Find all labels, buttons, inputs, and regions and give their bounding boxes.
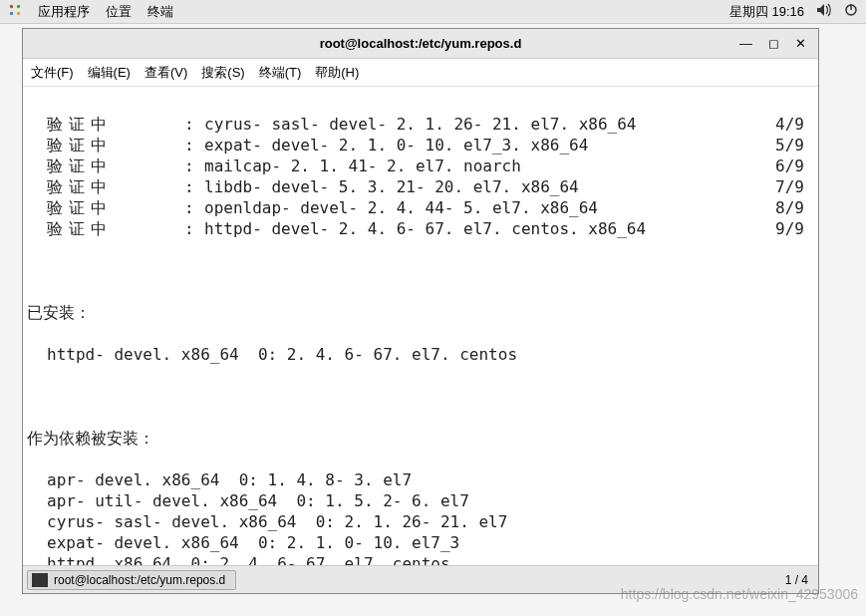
verify-package: mailcap- 2. 1. 41- 2. el7. noarch xyxy=(204,155,760,176)
terminal-output[interactable]: 验证中:cyrus- sasl- devel- 2. 1. 26- 21. el… xyxy=(23,87,818,565)
dependency-package: expat- devel. x86_64 0: 2. 1. 0- 10. el7… xyxy=(27,532,814,553)
window-close-button[interactable]: ✕ xyxy=(795,36,806,51)
verify-colon: : xyxy=(184,176,204,197)
verify-colon: : xyxy=(184,197,204,218)
verify-colon: : xyxy=(184,218,204,239)
verify-count: 4/9 xyxy=(760,114,814,135)
window-minimize-button[interactable]: — xyxy=(739,36,752,51)
activities-icon xyxy=(8,3,22,20)
volume-icon[interactable] xyxy=(816,3,832,20)
menu-places[interactable]: 位置 xyxy=(106,3,132,21)
verify-row: 验证中:expat- devel- 2. 1. 0- 10. el7_3. x8… xyxy=(27,135,814,155)
verify-count: 9/9 xyxy=(760,218,814,239)
terminal-menubar: 文件(F) 编辑(E) 查看(V) 搜索(S) 终端(T) 帮助(H) xyxy=(23,59,818,87)
menu-terminal-item[interactable]: 终端(T) xyxy=(259,64,302,82)
verify-row: 验证中:httpd- devel- 2. 4. 6- 67. el7. cent… xyxy=(27,218,814,239)
verify-package: cyrus- sasl- devel- 2. 1. 26- 21. el7. x… xyxy=(204,114,760,135)
terminal-icon xyxy=(32,573,48,587)
deps-header: 作为依赖被安装： xyxy=(27,428,814,449)
verify-label: 验证中 xyxy=(27,176,184,197)
verify-colon: : xyxy=(184,135,204,155)
dependency-package: cyrus- sasl- devel. x86_64 0: 2. 1. 26- … xyxy=(27,511,814,532)
window-titlebar[interactable]: root@localhost:/etc/yum.repos.d — ◻ ✕ xyxy=(23,29,818,59)
verify-package: libdb- devel- 5. 3. 21- 20. el7. x86_64 xyxy=(204,176,760,197)
svg-point-1 xyxy=(17,5,21,9)
power-icon[interactable] xyxy=(844,3,858,20)
verify-package: openldap- devel- 2. 4. 44- 5. el7. x86_6… xyxy=(204,197,760,218)
menu-applications[interactable]: 应用程序 xyxy=(38,3,90,21)
installed-header: 已安装： xyxy=(27,302,814,323)
verify-count: 8/9 xyxy=(760,197,814,218)
svg-point-2 xyxy=(10,12,14,16)
verify-row: 验证中:cyrus- sasl- devel- 2. 1. 26- 21. el… xyxy=(27,114,814,135)
menu-view[interactable]: 查看(V) xyxy=(144,64,187,82)
installed-package: httpd- devel. x86_64 0: 2. 4. 6- 67. el7… xyxy=(27,344,814,365)
dependency-package: apr- util- devel. x86_64 0: 1. 5. 2- 6. … xyxy=(27,490,814,511)
svg-point-3 xyxy=(17,12,21,16)
verify-package: expat- devel- 2. 1. 0- 10. el7_3. x86_64 xyxy=(204,135,760,155)
taskbar-terminal-button[interactable]: root@localhost:/etc/yum.repos.d xyxy=(27,570,236,590)
menu-terminal[interactable]: 终端 xyxy=(147,3,173,21)
verify-package: httpd- devel- 2. 4. 6- 67. el7. centos. … xyxy=(204,218,760,239)
window-title: root@localhost:/etc/yum.repos.d xyxy=(23,36,818,51)
dependency-package: apr- devel. x86_64 0: 1. 4. 8- 3. el7 xyxy=(27,469,814,490)
window-maximize-button[interactable]: ◻ xyxy=(768,36,779,51)
workspace-pager[interactable]: 1 / 4 xyxy=(779,573,814,587)
verify-count: 6/9 xyxy=(760,155,814,176)
menu-file[interactable]: 文件(F) xyxy=(31,64,74,82)
verify-label: 验证中 xyxy=(27,197,184,218)
verify-label: 验证中 xyxy=(27,218,184,239)
menu-edit[interactable]: 编辑(E) xyxy=(88,64,131,82)
verify-count: 7/9 xyxy=(760,176,814,197)
desktop-topbar: 应用程序 位置 终端 星期四 19:16 xyxy=(0,0,866,24)
clock[interactable]: 星期四 19:16 xyxy=(729,3,804,21)
verify-colon: : xyxy=(184,155,204,176)
terminal-window: root@localhost:/etc/yum.repos.d — ◻ ✕ 文件… xyxy=(22,28,819,594)
verify-count: 5/9 xyxy=(760,135,814,155)
dependency-package: httpd. x86_64 0: 2. 4. 6- 67. el7. cento… xyxy=(27,553,814,565)
watermark: https://blog.csdn.net/weixin_42953006 xyxy=(621,586,858,602)
verify-row: 验证中:libdb- devel- 5. 3. 21- 20. el7. x86… xyxy=(27,176,814,197)
verify-colon: : xyxy=(184,114,204,135)
verify-label: 验证中 xyxy=(27,114,184,135)
taskbar-label: root@localhost:/etc/yum.repos.d xyxy=(54,573,225,587)
svg-point-0 xyxy=(10,5,14,9)
verify-label: 验证中 xyxy=(27,155,184,176)
verify-row: 验证中:mailcap- 2. 1. 41- 2. el7. noarch6/9 xyxy=(27,155,814,176)
menu-search[interactable]: 搜索(S) xyxy=(201,64,244,82)
pager-text: 1 / 4 xyxy=(785,573,808,587)
verify-label: 验证中 xyxy=(27,135,184,155)
menu-help[interactable]: 帮助(H) xyxy=(315,64,359,82)
verify-row: 验证中:openldap- devel- 2. 4. 44- 5. el7. x… xyxy=(27,197,814,218)
